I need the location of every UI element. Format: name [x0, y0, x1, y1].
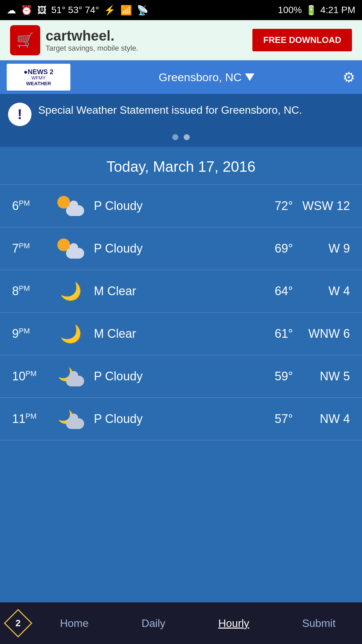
partly-cloudy-day-icon: [57, 238, 84, 259]
battery-icon: 🔋: [305, 5, 317, 16]
station-logo: ●NEWS 2 WFMY WEATHER: [7, 64, 70, 91]
weather-wind: W 9: [293, 241, 350, 256]
alert-message: Special Weather Statement issued for Gre…: [38, 103, 302, 118]
date-title: Today, March 17, 2016: [0, 158, 362, 175]
hourly-row: 6PM P Cloudy 72° WSW 12: [0, 185, 362, 227]
nav-badge: 2: [4, 609, 33, 638]
weather-icon-container: 🌙: [56, 279, 86, 303]
weather-icon-container: [56, 237, 86, 260]
weather-icon-container: 🌙: [56, 322, 86, 345]
weather-icon-container: 🌙: [56, 407, 86, 431]
alert-exclamation: !: [17, 106, 22, 122]
alarm-icon: ⏰: [21, 5, 33, 16]
nav-submit[interactable]: Submit: [295, 614, 342, 633]
date-header: Today, March 17, 2016: [0, 147, 362, 185]
alert-banner: ! Special Weather Statement issued for G…: [0, 94, 362, 147]
weather-condition: P Cloudy: [94, 241, 253, 256]
hour-label: 8PM: [12, 284, 56, 298]
carousel-dots: [8, 134, 354, 140]
weather-temp: 59°: [253, 369, 293, 383]
weather-condition: P Cloudy: [94, 412, 253, 426]
hour-label: 9PM: [12, 327, 56, 341]
hourly-row: 7PM P Cloudy 69° W 9: [0, 227, 362, 270]
location-text: Greensboro, NC: [159, 71, 242, 84]
carousel-dot-1[interactable]: [172, 134, 178, 140]
bluetooth-icon: ⚡: [104, 5, 116, 16]
ad-logo-icon: 🛒: [10, 25, 40, 55]
weather-wind: W 4: [293, 284, 350, 298]
logo-news2: ●NEWS 2: [24, 68, 54, 75]
weather-wind: NW 5: [293, 369, 350, 383]
app-header: ●NEWS 2 WFMY WEATHER Greensboro, NC ⚙: [0, 60, 362, 94]
weather-condition: P Cloudy: [94, 369, 253, 383]
carousel-dot-2[interactable]: [184, 134, 190, 140]
status-bar: ☁ ⏰ 🖼 51° 53° 74° ⚡ 📶 📡 100% 🔋 4:21 PM: [0, 0, 362, 20]
partly-cloudy-night-icon: 🌙: [57, 366, 84, 386]
battery-level: 100%: [278, 5, 302, 15]
logo-weather: WEATHER: [26, 80, 51, 86]
hourly-row: 8PM 🌙 M Clear 64° W 4: [0, 270, 362, 313]
weather-temp: 61°: [253, 327, 293, 341]
weather-condition: P Cloudy: [94, 199, 253, 213]
wifi-icon: 📶: [120, 5, 132, 16]
moon-icon: 🌙: [60, 281, 82, 302]
weather-temp: 64°: [253, 284, 293, 298]
alert-icon: !: [8, 103, 32, 126]
image-icon: 🖼: [37, 5, 47, 16]
weather-condition: M Clear: [94, 284, 253, 298]
ad-tagline: Target savings, mobile style.: [46, 44, 138, 53]
ad-brand: cartwheel.: [46, 28, 138, 44]
location-dropdown-arrow: [245, 73, 254, 81]
weather-temp: 69°: [253, 241, 293, 256]
hour-label: 11PM: [12, 412, 56, 426]
signal-icon: 📡: [137, 5, 148, 16]
weather-wind: WSW 12: [293, 199, 350, 213]
bottom-navigation: 2 Home Daily Hourly Submit: [0, 602, 362, 644]
hourly-row: 9PM 🌙 M Clear 61° WNW 6: [0, 313, 362, 355]
weather-temp: 72°: [253, 199, 293, 213]
ad-cta-button[interactable]: FREE DOWNLOAD: [252, 29, 352, 51]
hourly-forecast-list: 6PM P Cloudy 72° WSW 12 7PM P Cloudy 69°…: [0, 185, 362, 440]
hour-label: 7PM: [12, 241, 56, 256]
weather-icon-container: [56, 194, 86, 218]
weather-condition: M Clear: [94, 327, 253, 341]
weather-icon-container: 🌙: [56, 365, 86, 388]
hour-label: 10PM: [12, 369, 56, 383]
partly-cloudy-night-icon: 🌙: [57, 409, 84, 429]
status-temps: 51° 53° 74°: [51, 5, 99, 15]
hour-label: 6PM: [12, 199, 56, 213]
clock: 4:21 PM: [320, 5, 355, 15]
settings-button[interactable]: ⚙: [343, 69, 355, 86]
weather-wind: NW 4: [293, 412, 350, 426]
hourly-row: 10PM 🌙 P Cloudy 59° NW 5: [0, 355, 362, 398]
nav-badge-number: 2: [15, 618, 21, 629]
weather-wind: WNW 6: [293, 327, 350, 341]
ad-banner[interactable]: 🛒 cartwheel. Target savings, mobile styl…: [0, 20, 362, 60]
weather-temp: 57°: [253, 412, 293, 426]
location-selector[interactable]: Greensboro, NC: [70, 71, 343, 84]
partly-cloudy-day-icon: [57, 196, 84, 216]
nav-home[interactable]: Home: [53, 614, 95, 633]
nav-items: Home Daily Hourly Submit: [34, 614, 362, 633]
nav-hourly[interactable]: Hourly: [212, 614, 256, 633]
hourly-row: 11PM 🌙 P Cloudy 57° NW 4: [0, 398, 362, 440]
logo-wfmy: WFMY: [32, 75, 46, 80]
weather-status-icon: ☁: [7, 5, 16, 16]
nav-daily[interactable]: Daily: [135, 614, 172, 633]
moon-icon: 🌙: [60, 324, 82, 344]
